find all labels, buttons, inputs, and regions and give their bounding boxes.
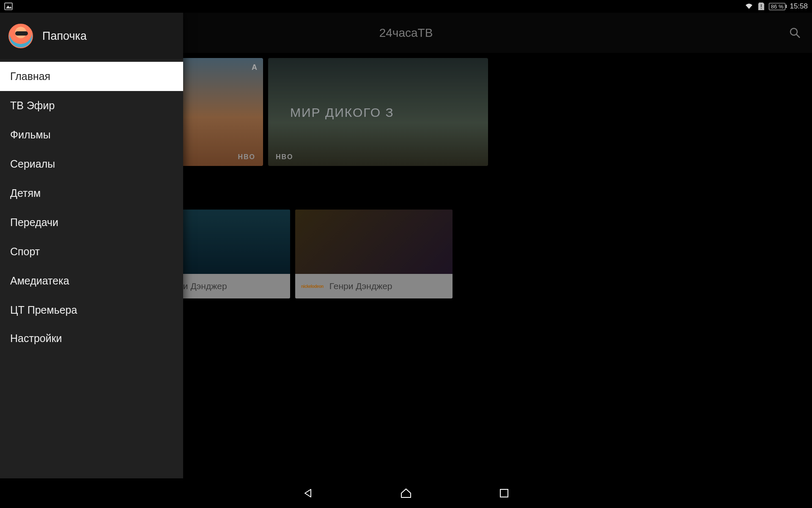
menu-item-series[interactable]: Сериалы (0, 149, 183, 179)
drawer-header[interactable]: Папочка (0, 13, 183, 59)
menu-item-shows[interactable]: Передачи (0, 208, 183, 237)
menu-item-kids[interactable]: Детям (0, 179, 183, 208)
nav-drawer: Папочка Главная ТВ Эфир Фильмы Сериалы Д… (0, 13, 183, 381)
avatar (8, 24, 33, 48)
menu-item-sport[interactable]: Спорт (0, 237, 183, 266)
username: Папочка (42, 30, 87, 43)
picture-icon (4, 3, 13, 10)
svg-marker-1 (6, 6, 12, 8)
drawer-menu: Главная ТВ Эфир Фильмы Сериалы Детям Пер… (0, 59, 183, 381)
menu-item-settings[interactable]: Настройки (0, 325, 183, 346)
status-bar: 86 % 15:58 (0, 0, 609, 13)
menu-item-movies[interactable]: Фильмы (0, 120, 183, 149)
menu-item-amedia[interactable]: Амедиатека (0, 266, 183, 295)
menu-item-premiere[interactable]: ЦТ Премьера (0, 295, 183, 325)
menu-item-tvlive[interactable]: ТВ Эфир (0, 91, 183, 120)
menu-item-main[interactable]: Главная (0, 62, 183, 91)
